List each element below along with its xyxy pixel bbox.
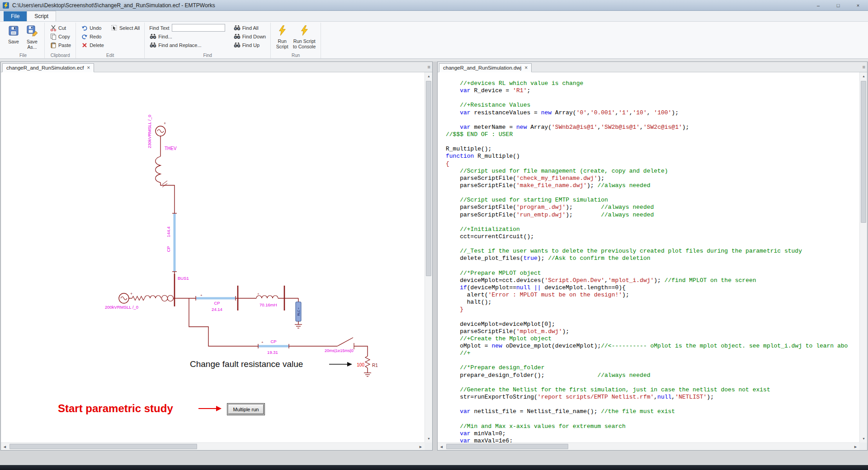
save-icon (8, 25, 19, 38)
device-rlc[interactable]: RLC + (296, 302, 301, 321)
copy-button[interactable]: Copy (47, 32, 73, 41)
ribbon-group-find: Find Text Find... Find and Replace... Fi… (145, 23, 271, 58)
tab-script[interactable]: Script (27, 11, 56, 21)
device-source-thev[interactable]: + (156, 121, 166, 136)
close-button[interactable]: × (848, 0, 868, 10)
scroll-left-icon[interactable]: ◀ (1, 443, 9, 451)
code-line: //+devices RL which value is change (446, 80, 859, 87)
run-script-console-button[interactable]: Run Script to Console (291, 24, 318, 52)
save-as-button[interactable]: Save As... (23, 24, 42, 52)
scrollbar-thumb[interactable] (9, 444, 197, 449)
find-label: Find... (158, 34, 172, 39)
find-button[interactable]: Find... (147, 32, 226, 41)
scrollbar-thumb[interactable] (446, 444, 568, 449)
undo-icon (80, 25, 88, 31)
tab-schematic-document[interactable]: changeR_and_RunSimulation.ecf × (2, 63, 94, 72)
code-line: var netlist_file = Netlist_file_name(); … (446, 408, 859, 415)
code-line: //Script used for file management (creat… (446, 168, 859, 175)
scroll-up-icon[interactable]: ▲ (425, 72, 433, 80)
find-text-input[interactable] (172, 24, 225, 32)
schematic-drawing[interactable]: + 230kVRMSLL /_0 THEV 144.4 CP BUS1 (1, 72, 425, 442)
schematic-canvas[interactable]: + 230kVRMSLL /_0 THEV 144.4 CP BUS1 (1, 72, 425, 442)
redo-button[interactable]: Redo (79, 32, 106, 41)
title-bar: C:\Users\eru\Desktop\Screenshot\5\change… (0, 0, 868, 11)
windows-taskbar[interactable] (0, 465, 868, 470)
script-panel: changeR_and_RunSimulation.dwj × ≡ //+dev… (437, 61, 868, 451)
cut-button[interactable]: Cut (47, 24, 73, 32)
app-bottom-strip (0, 451, 868, 465)
code-line: parseScriptFile('run_emtp.dwj'); //alway… (446, 212, 859, 219)
schematic-vertical-scrollbar[interactable]: ▲ ▼ (425, 72, 432, 442)
save-button[interactable]: Save (5, 24, 23, 52)
maximize-button[interactable]: □ (828, 0, 848, 10)
param-arrow-icon (198, 406, 222, 411)
label-cp3-value: 19.31 (267, 350, 278, 355)
scroll-right-icon[interactable]: ▶ (852, 443, 859, 451)
wire (160, 183, 175, 213)
delete-button[interactable]: Delete (79, 41, 106, 49)
code-line: //*Prepare MPLOT object (446, 270, 859, 277)
device-transformer[interactable] (162, 296, 174, 301)
lightning-icon (278, 25, 287, 37)
undo-button[interactable]: Undo (79, 24, 106, 32)
device-resistor-r1[interactable] (365, 356, 370, 368)
delete-icon (80, 42, 88, 48)
tab-list-icon[interactable]: ≡ (863, 64, 865, 70)
group-label-file: File (2, 53, 44, 58)
find-up-button[interactable]: Find Up (231, 41, 268, 49)
select-all-button[interactable]: Select All (108, 24, 142, 32)
scroll-right-icon[interactable]: ▶ (417, 443, 425, 451)
code-line: alert('Error : MPLOT must be on the desi… (446, 291, 859, 299)
minimize-button[interactable]: – (808, 0, 828, 10)
code-line (446, 415, 859, 423)
scroll-up-icon[interactable]: ▲ (860, 72, 868, 80)
tab-list-icon[interactable]: ≡ (428, 64, 430, 70)
code-line: //*Prepare design_folder (446, 364, 859, 371)
find-text-label: Find Text (149, 25, 169, 31)
schematic-horizontal-scrollbar[interactable]: ◀ ▶ (1, 442, 425, 450)
code-line (446, 240, 859, 248)
device-rl-series[interactable] (132, 296, 161, 301)
run-script-button[interactable]: Run Script (274, 24, 291, 52)
code-line (446, 94, 859, 102)
device-inductor-thev[interactable] (156, 156, 167, 187)
tab-close-icon[interactable]: × (87, 66, 90, 70)
device-source-left[interactable]: + (119, 291, 132, 303)
tab-close-icon[interactable]: × (524, 66, 528, 70)
device-cp-line-3[interactable] (258, 344, 289, 348)
find-replace-button[interactable]: Find and Replace... (147, 41, 226, 49)
svg-text:RLC +: RLC + (297, 307, 300, 316)
code-line (446, 138, 859, 146)
tab-file[interactable]: File (4, 11, 27, 21)
code-line: cct=currentCircuit(); (446, 233, 859, 240)
script-horizontal-scrollbar[interactable]: ◀ ▶ (438, 442, 859, 450)
code-editor[interactable]: //+devices RL which value is change var … (438, 72, 859, 442)
device-switch[interactable] (337, 338, 354, 349)
device-inductor-70mh[interactable] (256, 296, 278, 298)
code-line: deviceMplot=deviceMplot[0]; (446, 321, 859, 328)
find-down-button[interactable]: Find Down (231, 32, 268, 41)
code-line: //Min and Max x-axis values for extremum… (446, 423, 859, 430)
code-line: //_Test if the user wants to delete the … (446, 248, 859, 255)
scroll-left-icon[interactable]: ◀ (438, 443, 445, 451)
code-line: if(deviceMplot==null || deviceMplot.leng… (446, 284, 859, 291)
binoculars-icon (149, 42, 157, 48)
script-vertical-scrollbar[interactable]: ▲ ▼ (859, 72, 867, 442)
label-cp2-value: 24.14 (212, 307, 222, 312)
multiple-run-button[interactable]: Multiple run (228, 404, 264, 414)
find-replace-label: Find and Replace... (158, 42, 201, 48)
device-cp-line-1[interactable] (172, 213, 177, 272)
scroll-down-icon[interactable]: ▼ (860, 435, 868, 442)
code-line (446, 314, 859, 321)
multiple-run-widget[interactable]: Multiple run (227, 403, 265, 415)
scrollbar-thumb[interactable] (861, 81, 866, 223)
find-all-button[interactable]: Find All (231, 24, 268, 32)
code-line: R_multiple(); (446, 146, 859, 153)
paste-button[interactable]: Paste (47, 41, 73, 49)
scrollbar-thumb[interactable] (426, 81, 431, 276)
label-r1-value: 100 (357, 362, 364, 367)
copy-icon (49, 33, 57, 40)
tab-script-document[interactable]: changeR_and_RunSimulation.dwj × (439, 63, 532, 72)
scroll-down-icon[interactable]: ▼ (425, 435, 433, 442)
code-line (446, 401, 859, 408)
